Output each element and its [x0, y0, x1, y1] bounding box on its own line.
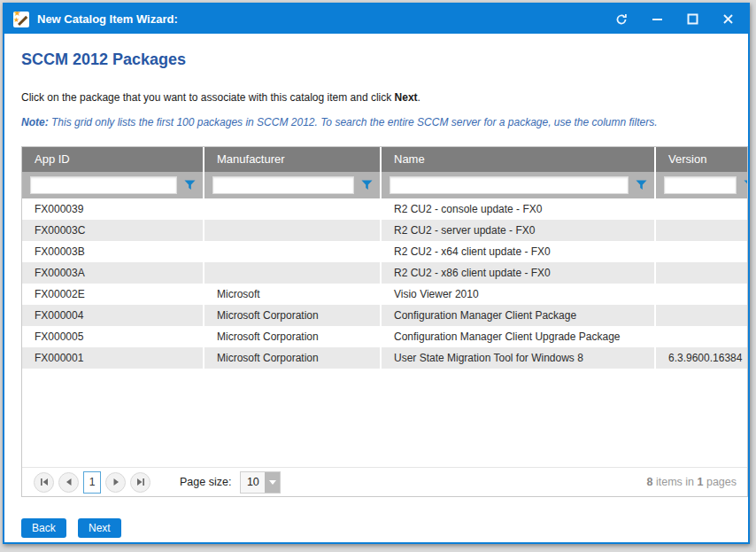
- cell-manufacturer: [204, 241, 380, 262]
- column-header-name[interactable]: Name: [382, 147, 654, 172]
- maximize-button[interactable]: [686, 13, 698, 26]
- column-header-manufacturer[interactable]: Manufacturer: [204, 147, 380, 172]
- window-controls: [615, 13, 734, 26]
- filter-input-version[interactable]: [664, 176, 737, 194]
- chevron-down-icon[interactable]: [265, 472, 280, 493]
- cell-app-id: FX00003B: [22, 241, 203, 262]
- column-header-app-id[interactable]: App ID: [22, 147, 203, 172]
- cell-name: R2 CU2 - x86 client update - FX0: [382, 262, 654, 284]
- filter-funnel-icon[interactable]: [361, 180, 373, 190]
- cell-name: Configuration Manager Client Package: [382, 305, 654, 326]
- cell-app-id: FX00002E: [22, 284, 203, 305]
- note-label: Note:: [21, 116, 49, 128]
- cell-version: [656, 305, 748, 326]
- cell-manufacturer: [204, 262, 380, 284]
- cell-manufacturer: [204, 220, 380, 241]
- cell-manufacturer: [204, 198, 380, 220]
- next-button[interactable]: Next: [78, 518, 121, 538]
- summary-pages-text: pages: [703, 476, 737, 488]
- filter-funnel-icon[interactable]: [744, 180, 748, 190]
- packages-grid: App ID Manufacturer Name Version: [21, 146, 748, 497]
- filter-cell-version: [656, 172, 748, 198]
- column-header-version[interactable]: Version: [656, 147, 748, 172]
- page-size-label: Page size:: [180, 476, 231, 488]
- grid-pager: 1 Page size: 10 8 items in 1 pages: [22, 467, 747, 496]
- table-row[interactable]: FX00003A R2 CU2 - x86 client update - FX…: [22, 262, 747, 284]
- filter-cell-app-id: [22, 172, 203, 198]
- cell-name: Visio Viewer 2010: [382, 284, 654, 305]
- last-page-button[interactable]: [130, 472, 150, 493]
- next-page-button[interactable]: [105, 472, 126, 493]
- table-row[interactable]: FX00003B R2 CU2 - x64 client update - FX…: [22, 241, 747, 262]
- instruction-next-word: Next: [395, 91, 418, 104]
- filter-funnel-icon[interactable]: [636, 180, 647, 190]
- summary-items-count: 8: [647, 476, 653, 488]
- table-row[interactable]: FX00002E Microsoft Visio Viewer 2010: [22, 284, 747, 305]
- filter-cell-manufacturer: [204, 172, 380, 198]
- cell-version: [656, 326, 748, 347]
- grid-empty-area: [22, 369, 747, 467]
- note-text: Note: This grid only lists the first 100…: [21, 116, 738, 128]
- cell-name: User State Migration Tool for Windows 8: [382, 347, 654, 369]
- grid-filter-row: [22, 172, 747, 198]
- cell-app-id: FX000001: [22, 347, 203, 369]
- pager-summary: 8 items in 1 pages: [647, 476, 737, 488]
- page-title: SCCM 2012 Packages: [21, 51, 186, 69]
- note-body: This grid only lists the first 100 packa…: [49, 116, 658, 128]
- cell-version: 6.3.9600.16384: [656, 347, 748, 369]
- cell-manufacturer: Microsoft Corporation: [204, 347, 380, 369]
- cell-version: [656, 262, 748, 284]
- minimize-button[interactable]: [651, 13, 663, 26]
- table-row[interactable]: FX000005 Microsoft Corporation Configura…: [22, 326, 747, 347]
- back-button[interactable]: Back: [21, 518, 66, 538]
- close-button[interactable]: [721, 13, 734, 26]
- filter-input-app-id[interactable]: [30, 176, 177, 194]
- filter-input-manufacturer[interactable]: [212, 176, 354, 194]
- cell-version: [656, 284, 748, 305]
- cell-app-id: FX000039: [22, 198, 203, 220]
- table-row[interactable]: FX000001 Microsoft Corporation User Stat…: [22, 347, 747, 369]
- cell-name: Configuration Manager Client Upgrade Pac…: [382, 326, 654, 347]
- cell-app-id: FX00003C: [22, 220, 203, 241]
- filter-cell-name: [382, 172, 654, 198]
- table-row[interactable]: FX00003C R2 CU2 - server update - FX0: [22, 220, 747, 241]
- cell-name: R2 CU2 - server update - FX0: [382, 220, 654, 241]
- wizard-icon: ★ ★: [13, 12, 29, 27]
- table-row[interactable]: FX000004 Microsoft Corporation Configura…: [22, 305, 747, 326]
- cell-app-id: FX000005: [22, 326, 203, 347]
- cell-version: [656, 220, 748, 241]
- cell-version: [656, 198, 748, 220]
- cell-manufacturer: Microsoft: [204, 284, 380, 305]
- cell-manufacturer: Microsoft Corporation: [204, 326, 380, 347]
- cell-name: R2 CU2 - console update - FX0: [382, 198, 654, 220]
- table-row[interactable]: FX000039 R2 CU2 - console update - FX0: [22, 198, 747, 220]
- instruction-prefix: Click on the package that you want to as…: [21, 91, 395, 104]
- cell-version: [656, 241, 748, 262]
- first-page-button[interactable]: [34, 472, 54, 493]
- refresh-icon[interactable]: [615, 13, 628, 26]
- cell-name: R2 CU2 - x64 client update - FX0: [382, 241, 654, 262]
- page-size-select[interactable]: 10: [240, 471, 281, 494]
- filter-input-name[interactable]: [390, 176, 629, 194]
- instruction-text: Click on the package that you want to as…: [21, 91, 420, 104]
- cell-manufacturer: Microsoft Corporation: [204, 305, 380, 326]
- cell-app-id: FX000004: [22, 305, 203, 326]
- instruction-suffix: .: [418, 91, 420, 104]
- prev-page-button[interactable]: [58, 472, 79, 493]
- titlebar: ★ ★ New Catalog Item Wizard:: [4, 4, 748, 34]
- cell-app-id: FX00003A: [22, 262, 203, 284]
- grid-header-row: App ID Manufacturer Name Version: [22, 147, 747, 172]
- window-title: New Catalog Item Wizard:: [37, 12, 178, 26]
- wizard-dialog: ★ ★ New Catalog Item Wizard: SCCM 20: [3, 3, 750, 544]
- page-size-value: 10: [241, 472, 265, 493]
- current-page[interactable]: 1: [83, 471, 101, 494]
- filter-funnel-icon[interactable]: [184, 180, 196, 190]
- summary-items-text: items in: [653, 476, 698, 488]
